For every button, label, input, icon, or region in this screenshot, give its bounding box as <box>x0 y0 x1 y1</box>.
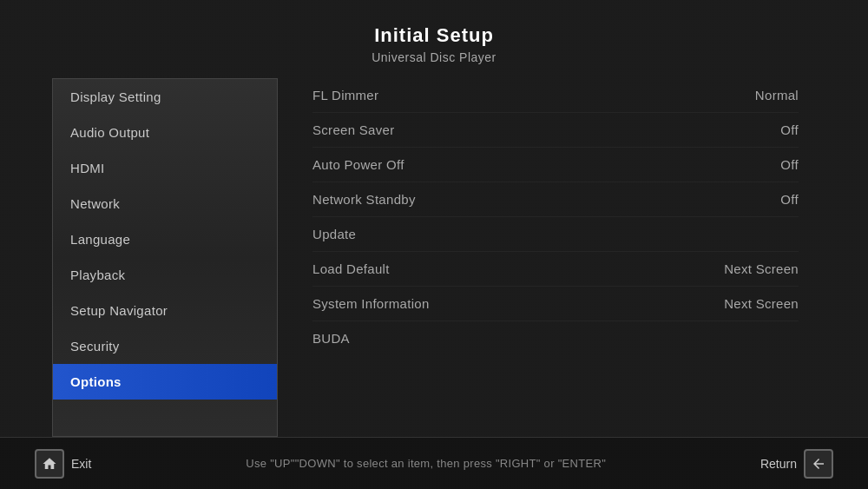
setting-value: Next Screen <box>724 261 799 276</box>
settings-row[interactable]: Update <box>312 217 799 252</box>
settings-row[interactable]: Screen SaverOff <box>312 113 799 148</box>
setting-value: Next Screen <box>724 296 799 311</box>
setting-label: Load Default <box>312 261 390 276</box>
exit-label: Exit <box>71 457 91 471</box>
return-button[interactable]: Return <box>760 449 833 479</box>
setting-value: Off <box>780 192 799 207</box>
exit-button[interactable]: Exit <box>35 449 91 479</box>
setting-value: Off <box>780 157 799 172</box>
return-label: Return <box>760 457 797 471</box>
return-svg <box>811 456 826 472</box>
footer: Exit Use "UP""DOWN" to select an item, t… <box>0 437 868 489</box>
return-icon <box>804 449 833 479</box>
setting-label: FL Dimmer <box>312 88 378 102</box>
footer-hint: Use "UP""DOWN" to select an item, then p… <box>91 457 760 470</box>
sidebar-item-playback[interactable]: Playback <box>53 257 277 293</box>
settings-row[interactable]: Load DefaultNext Screen <box>312 252 799 287</box>
settings-row[interactable]: FL DimmerNormal <box>312 78 799 113</box>
setting-label: Auto Power Off <box>312 157 404 172</box>
setting-label: Update <box>312 227 356 241</box>
page-title: Initial Setup <box>0 24 868 47</box>
sidebar-item-audio-output[interactable]: Audio Output <box>53 115 277 150</box>
setting-label: Network Standby <box>312 192 416 207</box>
sidebar-item-hdmi[interactable]: HDMI <box>53 150 277 186</box>
sidebar-item-display-setting[interactable]: Display Setting <box>53 79 277 115</box>
settings-panel: FL DimmerNormalScreen SaverOffAuto Power… <box>278 78 816 437</box>
sidebar-item-language[interactable]: Language <box>53 221 277 257</box>
sidebar-item-security[interactable]: Security <box>53 328 277 364</box>
setting-label: Screen Saver <box>312 122 394 137</box>
setting-label: BUDA <box>312 331 350 346</box>
sidebar-item-setup-navigator[interactable]: Setup Navigator <box>53 293 277 328</box>
sidebar: Display SettingAudio OutputHDMINetworkLa… <box>52 78 278 437</box>
settings-row[interactable]: System InformationNext Screen <box>312 287 799 321</box>
header: Initial Setup Universal Disc Player <box>0 0 868 69</box>
setting-value: Normal <box>755 88 799 102</box>
main-content: Display SettingAudio OutputHDMINetworkLa… <box>0 69 868 437</box>
settings-row[interactable]: BUDA <box>312 321 799 355</box>
page-wrapper: Initial Setup Universal Disc Player Disp… <box>0 0 868 489</box>
page-subtitle: Universal Disc Player <box>0 50 868 64</box>
settings-row[interactable]: Auto Power OffOff <box>312 148 799 182</box>
setting-value: Off <box>780 122 799 137</box>
home-svg <box>42 456 57 472</box>
home-icon <box>35 449 64 479</box>
settings-row[interactable]: Network StandbyOff <box>312 182 799 217</box>
sidebar-item-options[interactable]: Options <box>53 364 277 400</box>
setting-label: System Information <box>312 296 430 311</box>
sidebar-item-network[interactable]: Network <box>53 186 277 221</box>
